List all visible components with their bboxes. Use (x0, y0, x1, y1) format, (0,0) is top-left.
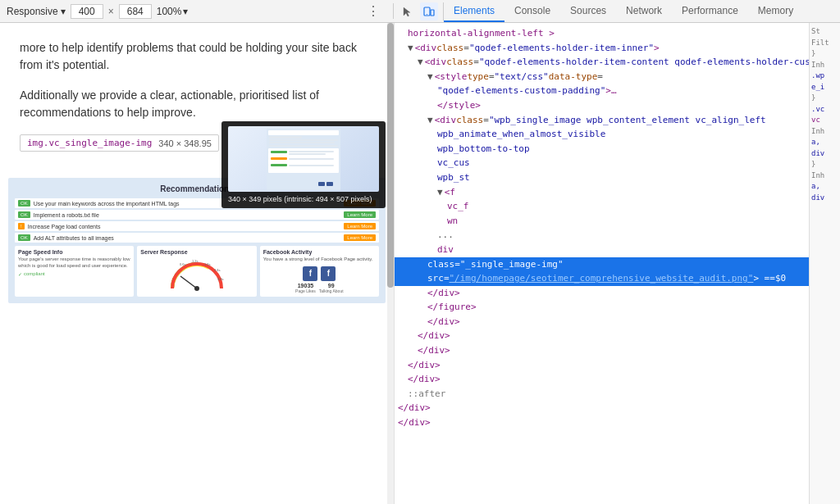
styles-line-wp: .wp (811, 70, 838, 82)
styles-line-div1: div (811, 148, 838, 160)
styles-line-inh2: Inh (811, 126, 838, 138)
devtools-tabs: Elements Console Sources Network Perform… (444, 0, 803, 22)
styles-line-inh1: Inh (811, 60, 838, 71)
tree-line-6[interactable]: </style> (395, 98, 809, 113)
facebook-text: You have a strong level of Facebook Page… (263, 257, 376, 263)
html-tree[interactable]: horizontal-alignment-left > ▼ <div class… (395, 23, 809, 504)
tree-line-27[interactable]: </div> (395, 401, 809, 415)
toolbar-more-button[interactable]: ⋮ (360, 3, 386, 19)
rec-text-2: Implement a robots.txt file (34, 212, 341, 218)
styles-line-27: } (811, 159, 838, 170)
svg-point-2 (427, 13, 427, 14)
rec-text-4: Add ALT attributes to all images (34, 235, 341, 241)
speed-box: Page Speed Info Your page's server respo… (15, 246, 134, 297)
tree-line-12[interactable]: ▼ <f (395, 185, 809, 200)
tree-line-selected-1[interactable]: class="_single_image-img" (395, 257, 809, 272)
svg-rect-30 (326, 182, 333, 186)
rec-badge-2: OK (18, 211, 30, 218)
tree-line-19[interactable]: </div> (395, 286, 809, 301)
tab-console[interactable]: Console (504, 0, 560, 22)
collapse-arrow-12[interactable]: ▼ (437, 185, 443, 200)
element-tag: img.vc_single_image-img (27, 138, 152, 148)
page-likes-label: Page Likes (295, 288, 316, 293)
width-input[interactable] (71, 4, 103, 19)
cursor-tool-button[interactable] (399, 2, 417, 20)
rec-text-3: Increase Page load contents (28, 224, 341, 229)
svg-rect-16 (269, 142, 335, 143)
tree-line-4[interactable]: ▼ <style type="text/css" data-type= (395, 70, 809, 84)
styles-line-filter: Filt (811, 38, 838, 49)
rec-btn-2[interactable]: Learn More (344, 211, 376, 218)
zoom-value: 100% (157, 6, 182, 17)
zoom-dropdown-icon: ▾ (183, 6, 188, 17)
tree-line-28[interactable]: </div> (395, 415, 809, 430)
collapse-arrow-7[interactable]: ▼ (427, 113, 433, 128)
svg-rect-23 (289, 158, 334, 160)
page-likes-count: 19035 (295, 283, 316, 288)
styles-line-vc2: vc (811, 115, 838, 126)
rec-row-4: OK Add ALT attributes to all images Lear… (15, 233, 379, 243)
tree-line-23[interactable]: </div> (395, 343, 809, 358)
styles-line-1: St (811, 26, 838, 38)
tab-sources[interactable]: Sources (560, 0, 616, 22)
svg-rect-21 (289, 153, 326, 155)
rec-badge-3: ! (18, 223, 25, 229)
styles-line-ei: e_i (811, 82, 838, 93)
tree-line-8[interactable]: wpb_animate_when_almost_visible (395, 127, 809, 142)
svg-rect-26 (268, 175, 289, 188)
tree-line-7[interactable]: ▼ <div class="wpb_single_image wpb_conte… (395, 113, 809, 128)
tree-line-14[interactable]: wn (395, 214, 809, 229)
tree-line-11[interactable]: wpb_st (395, 170, 809, 185)
rec-row-2: OK Implement a robots.txt file Learn Mor… (15, 210, 379, 220)
svg-rect-15 (269, 139, 338, 141)
tab-elements[interactable]: Elements (444, 0, 504, 22)
tree-line-after[interactable]: ::after (395, 387, 809, 402)
devtools-panel: horizontal-alignment-left > ▼ <div class… (394, 23, 840, 504)
preview-scrollbar-thumb[interactable] (387, 23, 394, 288)
tree-line-16[interactable]: div (395, 243, 809, 257)
server-response-box: Server Response 0% 0.6s (137, 246, 256, 297)
collapse-arrow-3[interactable]: ▼ (418, 55, 423, 70)
tree-line-1[interactable]: horizontal-alignment-left > (395, 26, 809, 41)
device-toggle-button[interactable] (420, 2, 438, 20)
element-size: 340 × 348.95 (158, 138, 212, 148)
rec-badge-4: OK (18, 234, 30, 241)
facebook-box: Facebook Activity You have a strong leve… (260, 246, 379, 297)
tab-performance[interactable]: Performance (672, 0, 748, 22)
main-area: more to help identify problems that coul… (0, 23, 840, 504)
tree-line-selected-2[interactable]: src="/img/homepage/seotimer_comprehensiv… (395, 271, 809, 286)
rec-btn-4[interactable]: Learn More (344, 234, 376, 241)
ellipsis-text: ... (437, 228, 454, 243)
responsive-select[interactable]: Responsive ▾ (7, 6, 66, 17)
tree-line-2[interactable]: ▼ <div class="qodef-elements-holder-item… (395, 41, 809, 56)
tree-line-5[interactable]: "qodef-elements-custom-padding" >… (395, 84, 809, 98)
svg-rect-20 (289, 151, 334, 152)
compliance-text: compliant (24, 271, 45, 276)
tree-line-24[interactable]: </div> (395, 358, 809, 373)
preview-scrollbar[interactable] (387, 23, 394, 504)
height-input[interactable] (119, 4, 152, 19)
tab-network[interactable]: Network (616, 0, 672, 22)
zoom-select[interactable]: 100% ▾ (157, 6, 189, 17)
styles-line-vc: .vc (811, 104, 838, 116)
tree-line-ellipsis[interactable]: ... (395, 228, 809, 243)
tab-memory[interactable]: Memory (748, 0, 803, 22)
tree-line-9[interactable]: wpb_bottom-to-top (395, 142, 809, 157)
toolbar-left: Responsive ▾ × 100% ▾ ⋮ (0, 3, 394, 19)
svg-rect-24 (271, 164, 287, 166)
rec-btn-3[interactable]: Learn More (344, 223, 376, 229)
tree-line-22[interactable]: </div> (395, 329, 809, 343)
svg-text:3.0s: 3.0s (217, 277, 224, 281)
tree-line-21[interactable]: </div> (395, 315, 809, 329)
tree-line-20[interactable]: </figure> (395, 300, 809, 315)
tree-line-25[interactable]: </div> (395, 372, 809, 387)
tree-line-13[interactable]: vc_f (395, 199, 809, 214)
tree-line-3[interactable]: ▼ <div class="qodef-elements-holder-item… (395, 55, 809, 70)
svg-rect-29 (318, 182, 325, 186)
speed-text: Your page's server response time is reas… (18, 257, 130, 270)
responsive-dropdown-icon: ▾ (61, 6, 66, 17)
collapse-arrow-4[interactable]: ▼ (427, 70, 433, 84)
tree-line-10[interactable]: vc_cus (395, 156, 809, 170)
facebook-icon-2: f (321, 266, 336, 281)
collapse-arrow-2[interactable]: ▼ (408, 41, 413, 56)
